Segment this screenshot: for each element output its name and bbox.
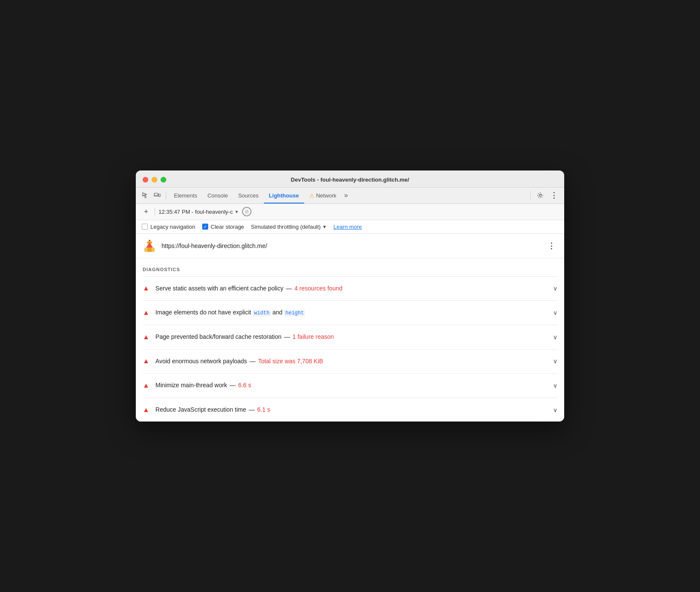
diagnostic-text: Page prevented back/forward cache restor… [156, 333, 548, 341]
svg-rect-0 [154, 193, 158, 196]
warning-triangle-icon: ▲ [143, 284, 150, 292]
chevron-down-icon: ∨ [553, 309, 557, 316]
chevron-right-icon: » [344, 191, 348, 199]
url-bar: https://foul-heavenly-direction.glitch.m… [136, 234, 564, 258]
no-entry-icon: ⊘ [245, 209, 249, 215]
throttling-selector[interactable]: Simulated throttling (default) ▼ [251, 224, 327, 230]
minimize-button[interactable] [152, 177, 157, 182]
dropdown-arrow-icon: ▼ [234, 209, 239, 214]
toolbar-separator [155, 208, 155, 215]
svg-point-3 [539, 194, 541, 197]
lighthouse-logo-icon [143, 239, 156, 253]
tab-console[interactable]: Console [202, 187, 233, 203]
tab-lighthouse[interactable]: Lighthouse [264, 187, 304, 203]
tab-sources[interactable]: Sources [233, 187, 264, 203]
devtools-window: DevTools - foul-heavenly-direction.glitc… [136, 170, 564, 422]
throttling-dropdown-icon: ▼ [322, 224, 326, 229]
clear-storage-checkbox-box[interactable]: ✓ [202, 224, 208, 230]
chevron-down-icon: ∨ [553, 382, 557, 389]
warning-triangle-icon: ▲ [143, 357, 150, 365]
toolbar: + 12:35:47 PM - foul-heavenly-c ▼ ⊘ [136, 204, 564, 220]
diagnostics-header: DIAGNOSTICS [136, 258, 564, 276]
settings-button[interactable] [533, 188, 547, 202]
chevron-down-icon: ∨ [553, 407, 557, 413]
svg-rect-1 [159, 194, 160, 197]
diagnostic-item-image-dimensions[interactable]: ▲ Image elements do not have explicit wi… [136, 301, 564, 325]
warning-triangle-icon: ▲ [143, 333, 150, 341]
device-toggle-icon[interactable] [151, 189, 163, 201]
more-tabs-button[interactable]: » [341, 187, 350, 203]
diagnostic-text: Image elements do not have explicit widt… [156, 308, 548, 317]
inspect-icon[interactable] [139, 189, 151, 201]
diagnostic-item-cache-policy[interactable]: ▲ Serve static assets with an efficient … [136, 277, 564, 301]
legacy-navigation-checkbox[interactable]: Legacy navigation [142, 224, 195, 230]
clear-storage-checkbox[interactable]: ✓ Clear storage [202, 224, 244, 230]
chevron-down-icon: ∨ [553, 334, 557, 341]
vertical-dots-icon: ⋮ [550, 191, 558, 200]
svg-rect-8 [147, 248, 152, 252]
diagnostic-item-network-payloads[interactable]: ▲ Avoid enormous network payloads — Tota… [136, 350, 564, 374]
tab-separator [166, 191, 166, 200]
network-warning-icon: ⚠ [309, 192, 314, 199]
add-button[interactable]: + [141, 206, 151, 217]
url-display: https://foul-heavenly-direction.glitch.m… [162, 242, 540, 249]
warning-triangle-icon: ▲ [143, 309, 150, 317]
warning-triangle-icon: ▲ [143, 382, 150, 389]
diagnostic-item-main-thread[interactable]: ▲ Minimize main-thread work — 6.6 s ∨ [136, 374, 564, 398]
maximize-button[interactable] [161, 177, 166, 182]
learn-more-link[interactable]: Learn more [333, 224, 362, 230]
more-options-button[interactable]: ⋮ [547, 188, 561, 202]
diagnostic-item-js-execution[interactable]: ▲ Reduce JavaScript execution time — 6.1… [136, 398, 564, 422]
diagnostic-text: Serve static assets with an efficient ca… [156, 284, 548, 293]
timestamp-selector[interactable]: 12:35:47 PM - foul-heavenly-c ▼ [159, 209, 239, 215]
traffic-lights [143, 177, 166, 182]
tab-network[interactable]: ⚠ Network [304, 187, 342, 203]
legacy-nav-checkbox-box[interactable] [142, 224, 148, 230]
warning-triangle-icon: ▲ [143, 406, 150, 414]
svg-rect-10 [149, 240, 150, 241]
devtools-tab-bar: Elements Console Sources Lighthouse ⚠ Ne… [136, 188, 564, 204]
clear-button[interactable]: ⊘ [242, 207, 251, 216]
window-title: DevTools - foul-heavenly-direction.glitc… [291, 176, 409, 183]
right-separator [530, 191, 531, 200]
diagnostic-item-bfcache[interactable]: ▲ Page prevented back/forward cache rest… [136, 325, 564, 349]
vertical-dots-icon: ⋮ [547, 241, 556, 251]
close-button[interactable] [143, 177, 148, 182]
title-bar: DevTools - foul-heavenly-direction.glitc… [136, 170, 564, 188]
diagnostic-text: Minimize main-thread work — 6.6 s [156, 381, 548, 390]
main-content: https://foul-heavenly-direction.glitch.m… [136, 234, 564, 422]
chevron-down-icon: ∨ [553, 285, 557, 292]
diagnostic-text: Avoid enormous network payloads — Total … [156, 357, 548, 366]
options-bar: Legacy navigation ✓ Clear storage Simula… [136, 220, 564, 234]
tab-elements[interactable]: Elements [169, 187, 202, 203]
url-more-options-button[interactable]: ⋮ [545, 240, 557, 252]
chevron-down-icon: ∨ [553, 358, 557, 365]
diagnostic-text: Reduce JavaScript execution time — 6.1 s [156, 406, 548, 414]
diagnostics-title: DIAGNOSTICS [143, 267, 180, 272]
